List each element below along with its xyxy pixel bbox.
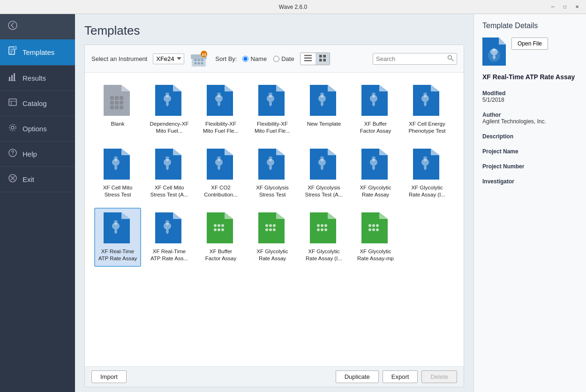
svg-point-94 <box>221 228 224 231</box>
template-item[interactable]: XF Cell Mito Stress Test <box>94 144 141 203</box>
svg-rect-35 <box>120 96 123 100</box>
sidebar-item-help[interactable]: Help <box>0 142 75 167</box>
template-item[interactable]: Blank <box>94 80 141 139</box>
svg-point-108 <box>317 228 320 231</box>
templates-panel: Select an Instrument XFe24 XFe96 XF96 XF… <box>84 45 464 387</box>
detail-project-number-row: Project Number <box>482 163 578 170</box>
svg-marker-82 <box>121 212 130 219</box>
template-icon <box>258 149 286 181</box>
svg-point-83 <box>114 221 118 225</box>
open-file-button[interactable]: Open File <box>511 38 548 50</box>
template-icon <box>104 212 132 245</box>
template-icon <box>361 212 390 245</box>
catalog-icon <box>8 98 18 109</box>
template-label: XF Cell Energy Phenotype Test <box>407 121 447 135</box>
svg-marker-52 <box>328 85 336 91</box>
svg-point-0 <box>8 21 17 30</box>
template-item[interactable]: XF Cell Energy Phenotype Test <box>404 80 451 139</box>
svg-point-106 <box>321 224 323 227</box>
svg-point-71 <box>269 158 272 161</box>
template-item[interactable]: XF Glycolytic Rate Assay (I... <box>301 208 347 267</box>
template-item[interactable]: Flexibility-XF Mito Fuel Fle... <box>197 80 244 139</box>
instrument-icon: 24 <box>190 50 208 68</box>
svg-point-7 <box>11 126 14 129</box>
template-item[interactable]: XF Glycolysis Stress Test (A... <box>301 144 347 203</box>
close-button[interactable]: ✕ <box>572 3 582 11</box>
svg-point-122 <box>493 48 496 51</box>
template-item[interactable]: XF Glycolytic Rate Assay (I... <box>404 144 451 203</box>
instrument-select[interactable]: XFe24 XFe96 XF96 XF24 <box>153 53 184 64</box>
sidebar-item-options[interactable]: Options <box>0 116 75 142</box>
import-button[interactable]: Import <box>91 370 127 383</box>
template-item[interactable]: Dependency-XF Mito Fuel... <box>146 80 193 139</box>
svg-point-8 <box>9 124 16 131</box>
svg-rect-25 <box>319 55 322 58</box>
template-item[interactable]: XF Real-Time ATP Rate Assay <box>94 208 141 267</box>
help-label: Help <box>23 150 37 158</box>
template-item[interactable]: XF Real-Time ATP Rate Ass... <box>146 208 193 267</box>
svg-point-44 <box>166 94 169 98</box>
template-label: Flexibility-XF Mito Fuel Fle... <box>201 121 240 135</box>
template-item[interactable]: XF Glycolysis Stress Test <box>249 144 296 203</box>
svg-point-74 <box>321 158 324 161</box>
detail-template-name: XF Real-Time ATP Rate Assay <box>482 73 578 81</box>
catalog-label: Catalog <box>23 99 47 107</box>
svg-marker-120 <box>499 38 506 45</box>
sortby-label: Sort By: <box>215 55 237 62</box>
template-item[interactable]: XF Glycolytic Rate Assay <box>352 144 399 203</box>
template-icon <box>310 85 338 118</box>
sidebar-item-exit[interactable]: Exit <box>0 167 75 192</box>
template-item[interactable]: XF Buffer Factor Assay <box>352 80 399 139</box>
svg-marker-73 <box>328 149 336 155</box>
sidebar-item-catalog[interactable]: Catalog <box>0 91 75 116</box>
sidebar-item-back[interactable] <box>0 14 75 39</box>
detail-investigator-row: Investigator <box>482 178 578 185</box>
svg-point-80 <box>424 158 427 161</box>
svg-point-16 <box>201 59 203 61</box>
toolbar: Select an Instrument XFe24 XFe96 XF96 XF… <box>85 45 464 73</box>
svg-point-10 <box>12 154 13 155</box>
maximize-button[interactable]: □ <box>560 3 570 11</box>
delete-button[interactable]: Delete <box>421 370 457 383</box>
sort-name-label: Name <box>250 55 267 62</box>
template-icon <box>310 149 338 181</box>
view-list-button[interactable] <box>301 53 316 65</box>
template-icon <box>104 149 132 181</box>
svg-point-114 <box>372 224 375 227</box>
sidebar-item-templates[interactable]: Templates <box>0 39 75 66</box>
template-item[interactable]: XF CO2 Contribution... <box>197 144 244 203</box>
view-grid-button[interactable] <box>316 53 330 65</box>
sort-name-option[interactable]: Name <box>242 55 267 62</box>
svg-point-86 <box>166 221 169 225</box>
svg-rect-26 <box>323 55 326 58</box>
template-label: XF Real-Time ATP Rate Assay <box>98 248 137 262</box>
template-label: XF Cell Mito Stress Test <box>98 184 137 198</box>
svg-marker-88 <box>225 212 233 219</box>
svg-point-15 <box>198 59 200 61</box>
panel-title: Template Details <box>482 22 578 30</box>
titlebar: Wave 2.6.0 ─ □ ✕ <box>0 0 586 14</box>
svg-rect-22 <box>304 55 312 56</box>
detail-author-label: Author <box>482 112 578 118</box>
sort-date-option[interactable]: Date <box>273 55 294 62</box>
options-label: Options <box>23 125 47 133</box>
template-item[interactable]: Flexibility-XF Mito Fuel Fle... <box>249 80 296 139</box>
duplicate-button[interactable]: Duplicate <box>336 370 379 383</box>
templates-label: Templates <box>23 48 54 56</box>
template-item[interactable]: XF Glycolytic Rate Assay <box>249 208 296 267</box>
template-item[interactable]: XF Glycolytic Rate Assay-mp <box>352 208 399 267</box>
sort-options: Name Date <box>242 55 294 62</box>
search-input[interactable] <box>376 55 447 62</box>
detail-project-number-label: Project Number <box>482 163 578 170</box>
svg-point-62 <box>114 158 118 161</box>
export-button[interactable]: Export <box>383 370 418 383</box>
minimize-button[interactable]: ─ <box>548 3 558 11</box>
template-item[interactable]: New Template <box>301 80 347 139</box>
svg-point-101 <box>269 228 272 231</box>
sidebar-item-results[interactable]: Results <box>0 66 75 91</box>
template-item[interactable]: XF Buffer Factor Assay <box>197 208 244 267</box>
templates-icon <box>8 46 18 59</box>
svg-marker-104 <box>328 212 336 219</box>
template-item[interactable]: XF Cell Mito Stress Test (A... <box>146 144 193 203</box>
svg-marker-70 <box>276 149 285 155</box>
